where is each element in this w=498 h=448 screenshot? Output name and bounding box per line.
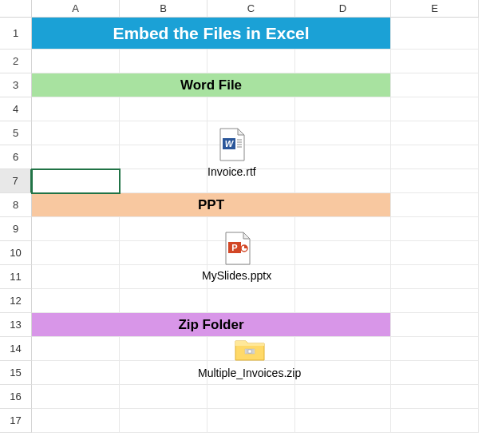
row-header-10[interactable]: 10 [0,241,32,265]
cell-e17[interactable] [391,409,479,433]
cell-c12[interactable] [208,289,295,313]
cell-e11[interactable] [391,265,479,289]
cell-b5[interactable] [120,121,208,145]
cell-e1[interactable] [391,18,479,50]
svg-text:W: W [225,139,235,149]
cell-a11[interactable] [32,265,120,289]
cell-a5[interactable] [32,121,120,145]
cell-a7[interactable] [32,169,120,193]
row-header-16[interactable]: 16 [0,385,32,409]
cell-b6[interactable] [120,145,208,169]
cell-e9[interactable] [391,217,479,241]
cell-d4[interactable] [295,97,391,121]
cell-b17[interactable] [120,409,208,433]
cell-e15[interactable] [391,361,479,385]
cell-b16[interactable] [120,385,208,409]
svg-text:P: P [231,243,237,252]
cell-a10[interactable] [32,241,120,265]
cell-e16[interactable] [391,385,479,409]
cell-e5[interactable] [391,121,479,145]
col-header-a[interactable]: A [32,0,120,18]
svg-rect-15 [248,350,251,353]
cell-e7[interactable] [391,169,479,193]
col-header-b[interactable]: B [120,0,208,18]
col-header-c[interactable]: C [208,0,295,18]
row-header-14[interactable]: 14 [0,337,32,361]
embedded-word-label: Invoice.rtf [208,165,256,178]
cell-c17[interactable] [208,409,295,433]
cell-c4[interactable] [208,97,295,121]
row-header-8[interactable]: 8 [0,193,32,217]
row-header-3[interactable]: 3 [0,73,32,97]
row-header-9[interactable]: 9 [0,217,32,241]
cell-a9[interactable] [32,217,120,241]
cell-b11[interactable] [120,265,208,289]
cell-d15[interactable] [295,361,391,385]
cell-d7[interactable] [295,169,391,193]
cell-d16[interactable] [295,385,391,409]
cell-e6[interactable] [391,145,479,169]
cell-b10[interactable] [120,241,208,265]
embedded-word-object[interactable]: W Invoice.rtf [208,127,256,178]
word-file-icon: W [217,127,246,162]
cell-d10[interactable] [295,241,391,265]
embedded-zip-label: Multiple_Invoices.zip [198,367,301,379]
cell-d17[interactable] [295,409,391,433]
row-header-17[interactable]: 17 [0,409,32,433]
cell-a12[interactable] [32,289,120,313]
cell-e10[interactable] [391,241,479,265]
cell-d12[interactable] [295,289,391,313]
row-header-12[interactable]: 12 [0,289,32,313]
section-ppt-header[interactable]: PPT [32,193,391,217]
row-header-2[interactable]: 2 [0,50,32,73]
cell-c16[interactable] [208,385,295,409]
cell-d14[interactable] [295,337,391,361]
cell-a15[interactable] [32,361,120,385]
cell-e14[interactable] [391,337,479,361]
title-cell[interactable]: Embed the Files in Excel [32,18,391,50]
row-header-4[interactable]: 4 [0,97,32,121]
row-header-6[interactable]: 6 [0,145,32,169]
row-header-1[interactable]: 1 [0,18,32,50]
section-zip-header[interactable]: Zip Folder [32,313,391,337]
cell-e3[interactable] [391,73,479,97]
cell-b12[interactable] [120,289,208,313]
cell-e4[interactable] [391,97,479,121]
embedded-ppt-object[interactable]: P MySlides.pptx [202,231,271,282]
embedded-ppt-label: MySlides.pptx [202,269,271,282]
cell-b2[interactable] [120,50,208,73]
cell-a14[interactable] [32,337,120,361]
cell-b14[interactable] [120,337,208,361]
cell-b15[interactable] [120,361,208,385]
cell-a16[interactable] [32,385,120,409]
cell-d9[interactable] [295,217,391,241]
cell-d6[interactable] [295,145,391,169]
cell-e2[interactable] [391,50,479,73]
embedded-zip-object[interactable]: Multiple_Invoices.zip [198,335,301,379]
row-header-13[interactable]: 13 [0,313,32,337]
cell-e12[interactable] [391,289,479,313]
row-header-5[interactable]: 5 [0,121,32,145]
row-header-11[interactable]: 11 [0,265,32,289]
ppt-file-icon: P [223,231,251,266]
cell-b9[interactable] [120,217,208,241]
section-word-header[interactable]: Word File [32,73,391,97]
zip-folder-icon [234,335,266,363]
col-header-e[interactable]: E [391,0,479,18]
cell-e8[interactable] [391,193,479,217]
cell-d11[interactable] [295,265,391,289]
cell-c2[interactable] [208,50,295,73]
cell-b4[interactable] [120,97,208,121]
col-header-d[interactable]: D [295,0,391,18]
cell-d2[interactable] [295,50,391,73]
row-header-15[interactable]: 15 [0,361,32,385]
select-all-corner[interactable] [0,0,32,18]
cell-b7[interactable] [120,169,208,193]
cell-a6[interactable] [32,145,120,169]
cell-d5[interactable] [295,121,391,145]
cell-a2[interactable] [32,50,120,73]
cell-a4[interactable] [32,97,120,121]
cell-a17[interactable] [32,409,120,433]
cell-e13[interactable] [391,313,479,337]
row-header-7[interactable]: 7 [0,169,32,193]
